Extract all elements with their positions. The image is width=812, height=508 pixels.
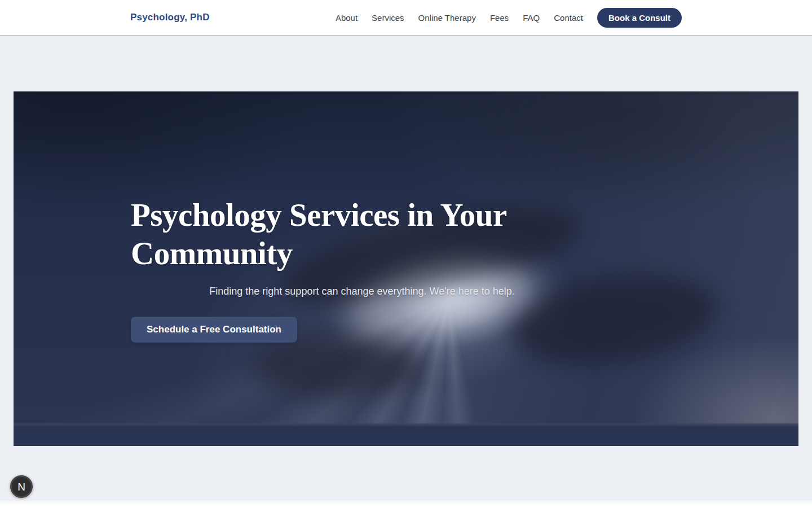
nav-link-faq[interactable]: FAQ	[523, 13, 540, 23]
header-inner: Psychology, PhD About Services Online Th…	[130, 0, 682, 35]
page: Psychology, PhD About Services Online Th…	[0, 0, 812, 508]
nav-link-contact[interactable]: Contact	[554, 13, 583, 23]
book-consult-button[interactable]: Book a Consult	[597, 8, 682, 28]
nav-link-about[interactable]: About	[336, 13, 358, 23]
nav-link-online-therapy[interactable]: Online Therapy	[418, 13, 476, 23]
header: Psychology, PhD About Services Online Th…	[0, 0, 812, 36]
nav-link-fees[interactable]: Fees	[490, 13, 509, 23]
hero-content: Psychology Services in Your Community Fi…	[131, 196, 593, 343]
cloud-shape	[250, 334, 425, 399]
next-section-edge	[0, 501, 812, 508]
hero-section: Psychology Services in Your Community Fi…	[14, 91, 798, 446]
n-badge-letter: N	[17, 481, 25, 492]
main-nav: About Services Online Therapy Fees FAQ C…	[336, 8, 682, 28]
nav-link-services[interactable]: Services	[372, 13, 404, 23]
site-builder-badge[interactable]: N	[10, 475, 33, 498]
schedule-consultation-button[interactable]: Schedule a Free Consultation	[131, 317, 297, 343]
hero-subtitle: Finding the right support can change eve…	[131, 284, 593, 298]
hero-title: Psychology Services in Your Community	[131, 196, 593, 273]
site-logo[interactable]: Psychology, PhD	[130, 12, 210, 23]
